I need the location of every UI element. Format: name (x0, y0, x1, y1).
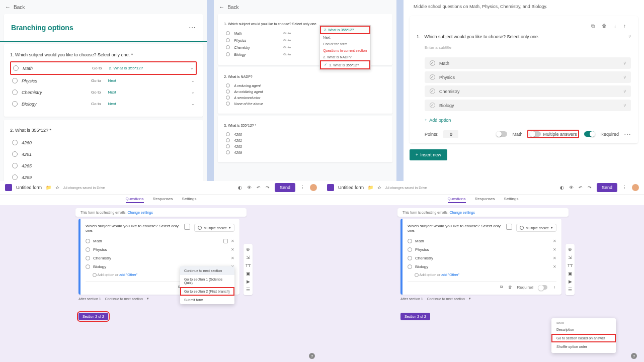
question-text-input[interactable]: Which subject would you like to choose? … (408, 224, 502, 233)
more-icon[interactable]: ⋮ (552, 285, 556, 290)
undo-icon[interactable]: ↶ (257, 185, 261, 190)
chevron-down-icon[interactable]: ⌄ (190, 66, 194, 70)
more-icon[interactable] (189, 23, 196, 32)
redo-icon[interactable]: ↷ (266, 185, 270, 190)
image-icon[interactable]: ▣ (246, 271, 251, 276)
option-biology-row[interactable]: Biology Go toNext⌄ (10, 98, 197, 110)
image-icon[interactable] (506, 224, 512, 230)
question-context-menu[interactable]: Show Description Go to section based on … (551, 318, 616, 353)
trash-icon[interactable]: 🗑 (508, 285, 512, 290)
image-icon[interactable] (223, 239, 228, 243)
move-up-icon[interactable]: ↑ (623, 23, 626, 29)
add-other-link[interactable]: add "Other" (119, 273, 137, 277)
branch-destination-menu[interactable]: Continue to next section Go to section 1… (180, 266, 234, 304)
goto-dropdown[interactable]: 2. What is 355*12? Next End of the form … (319, 25, 371, 70)
option-chemistry[interactable]: Chemistry (86, 254, 234, 262)
ctx-shuffle[interactable]: Shuffle option order (551, 342, 616, 351)
tab-responses[interactable]: Responses (153, 197, 173, 203)
option-chemistry[interactable]: Chemistry (425, 85, 631, 97)
forms-logo-icon[interactable] (327, 184, 334, 191)
change-settings-link[interactable]: Change settings (449, 211, 475, 214)
back-button[interactable]: Back (214, 0, 396, 14)
title-icon[interactable]: Tᴛ (246, 263, 251, 268)
undo-icon[interactable]: ↶ (579, 185, 583, 190)
add-option-button[interactable]: Add option (417, 114, 631, 125)
section-icon[interactable]: ☰ (246, 287, 250, 292)
section-2-pill[interactable]: Section 2 of 2 (400, 313, 430, 320)
option-physics[interactable]: Physics (86, 245, 234, 254)
branch-target[interactable]: 2. What is 355*12? (109, 66, 187, 70)
required-toggle[interactable] (538, 285, 547, 290)
option-math[interactable]: Math (86, 237, 234, 245)
option-biology[interactable]: Biology (425, 100, 631, 111)
option-physics[interactable]: Physics (425, 71, 631, 83)
remove-icon[interactable] (231, 256, 234, 260)
tab-settings[interactable]: Settings (182, 197, 197, 203)
redo-icon[interactable]: ↷ (588, 185, 592, 190)
form-title[interactable]: Untitled form (16, 185, 42, 190)
import-icon[interactable]: ⇲ (568, 255, 572, 260)
add-question-icon[interactable]: ⊕ (568, 247, 572, 252)
multiple-answers-toggle[interactable] (530, 131, 541, 137)
back-button[interactable]: Back (0, 0, 207, 14)
tab-settings[interactable]: Settings (504, 197, 519, 203)
avatar[interactable] (310, 184, 317, 191)
import-icon[interactable]: ⇲ (246, 255, 250, 260)
remove-icon[interactable] (231, 239, 234, 243)
after-section-dropdown[interactable]: Continue to next section (105, 297, 143, 301)
insert-new-button[interactable]: Insert new (410, 149, 447, 160)
palette-icon[interactable]: ◐ (238, 185, 242, 190)
option-physics-row[interactable]: Physics Go toNext⌄ (10, 75, 197, 86)
video-icon[interactable]: ▶ (247, 279, 250, 284)
branch-icon[interactable] (628, 34, 631, 39)
branch-icon[interactable] (623, 61, 626, 66)
trash-icon[interactable]: 🗑 (602, 23, 607, 29)
avatar[interactable] (632, 184, 639, 191)
folder-icon[interactable]: 📁 (46, 185, 51, 190)
dropdown-item-selected[interactable]: 3. What is 355*12? (320, 60, 370, 69)
image-icon[interactable]: ▣ (568, 271, 573, 276)
star-icon[interactable]: ☆ (55, 185, 59, 190)
question-type-dropdown[interactable]: Multiple choice▾ (516, 224, 556, 232)
dropdown-selected[interactable]: 2. What is 355*12? (320, 26, 370, 34)
folder-icon[interactable]: 📁 (368, 185, 373, 190)
change-settings-link[interactable]: Change settings (127, 211, 153, 214)
move-down-icon[interactable]: ↓ (614, 23, 616, 29)
add-option[interactable]: Add option (98, 273, 114, 277)
math-toggle[interactable] (496, 131, 507, 137)
copy-icon[interactable]: ⧉ (591, 23, 595, 29)
ctx-description[interactable]: Description (551, 325, 616, 334)
option-chemistry-row[interactable]: Chemistry Go toNext⌄ (10, 86, 197, 98)
video-icon[interactable]: ▶ (569, 279, 572, 284)
help-icon[interactable]: ? (631, 353, 637, 359)
section-icon[interactable]: ☰ (568, 287, 572, 292)
tab-questions[interactable]: Questions (448, 197, 466, 203)
send-button[interactable]: Send (275, 183, 295, 192)
question-card[interactable]: Which subject would you like to choose? … (400, 219, 561, 295)
question-text-input[interactable]: Which subject would you like to choose? … (86, 224, 180, 233)
remove-icon[interactable] (553, 239, 556, 243)
points-input[interactable] (443, 130, 458, 138)
palette-icon[interactable]: ◐ (560, 185, 564, 190)
star-icon[interactable]: ☆ (377, 185, 381, 190)
question-text[interactable]: Which subject would you like to choose? … (424, 34, 624, 39)
duplicate-icon[interactable]: ⧉ (500, 285, 503, 290)
help-icon[interactable]: ? (309, 353, 315, 359)
more-icon[interactable]: ⋮ (622, 185, 627, 190)
required-toggle[interactable] (584, 131, 595, 137)
section-2-pill[interactable]: Section 2 of 2 (78, 313, 108, 320)
option-math-row[interactable]: Math Go to 2. What is 355*12? ⌄ (10, 61, 197, 75)
more-icon[interactable] (624, 130, 631, 138)
preview-icon[interactable]: 👁 (247, 185, 252, 190)
title-icon[interactable]: Tᴛ (568, 263, 573, 268)
ctx-go-to-section[interactable]: Go to section based on answer (551, 334, 616, 342)
remove-icon[interactable] (231, 247, 234, 252)
preview-icon[interactable]: 👁 (569, 185, 574, 190)
question-type-dropdown[interactable]: Multiple choice▾ (194, 224, 234, 232)
tab-questions[interactable]: Questions (126, 197, 144, 203)
send-button[interactable]: Send (597, 183, 617, 192)
add-question-icon[interactable]: ⊕ (246, 247, 250, 252)
subtitle-placeholder[interactable]: Enter a subtitle (417, 43, 631, 55)
image-icon[interactable] (184, 224, 190, 230)
forms-logo-icon[interactable] (5, 184, 12, 191)
